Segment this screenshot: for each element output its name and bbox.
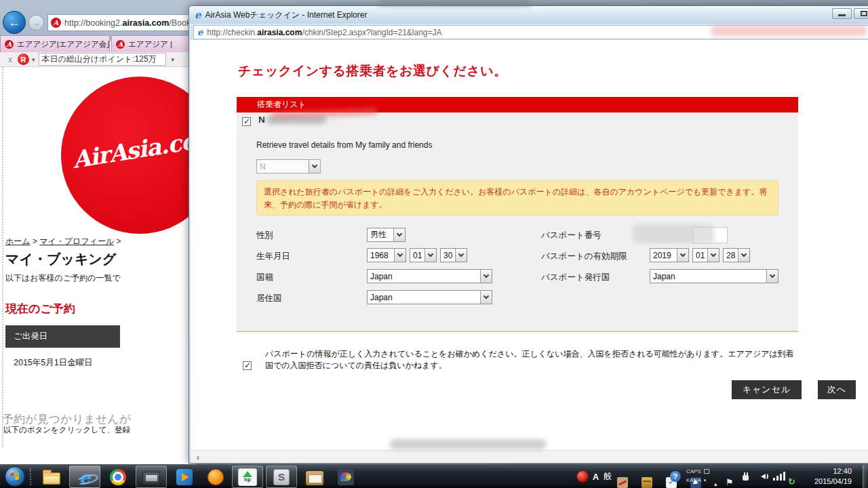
dropdown-icon[interactable]: ▾ (172, 56, 175, 63)
tab-airasia-member[interactable]: A エアアジア|エアアジア会員 (0, 35, 110, 52)
passport-notice: 選択された旅行者のパスポートの詳細をご入力ください。お客様のパスポートの詳細は、… (256, 180, 778, 216)
points-field[interactable]: 本日の総山分けポイント:125万 (39, 53, 166, 66)
paint-icon (338, 469, 354, 485)
chevron-down-icon[interactable] (766, 270, 778, 283)
s-app-taskbar-button[interactable]: S (266, 466, 297, 488)
show-desktop-button[interactable] (863, 465, 868, 488)
security-tray-icon[interactable] (576, 470, 589, 483)
residence-label: 居住国 (256, 293, 282, 304)
desktop: ← → A http://booking2.airasia.com/Booki … (0, 0, 868, 488)
back-button[interactable]: ← (3, 11, 26, 34)
ime-brush-icon[interactable] (617, 477, 628, 488)
confirm-checkbox[interactable] (243, 361, 252, 370)
residence-select[interactable]: Japan (367, 290, 492, 304)
checkin-window: e AirAsia Webチェックイン - Internet Explorer … (189, 5, 868, 464)
background-browser-window: ← → A http://booking2.airasia.com/Booki … (0, 0, 197, 468)
rakuten-icon[interactable]: R (18, 54, 29, 65)
explorer-taskbar-button[interactable] (37, 466, 66, 488)
ime-toolbox-icon[interactable] (642, 477, 652, 488)
chevron-down-icon[interactable] (677, 249, 688, 262)
date: 2015/04/19 (814, 476, 852, 487)
folder-icon (43, 472, 60, 485)
dob-year-select[interactable]: 1968 (367, 248, 406, 262)
section-divider (237, 331, 798, 332)
toolbar-handle (2, 67, 3, 447)
confirm-text: パスポートの情報が正しく入力されていることをお確かめください。正しくない場合、入… (265, 348, 800, 371)
chevron-down-icon[interactable] (309, 160, 320, 173)
airasia-favicon: A (5, 40, 14, 49)
redaction-smudge (633, 224, 714, 243)
departure-date-cell[interactable]: 2015年5月1日金曜日 (14, 357, 93, 369)
sync-tray-icon[interactable]: ↻ (788, 470, 795, 488)
ime-status-block[interactable]: CAPS KANA▾ (686, 467, 709, 488)
chrome-taskbar-button[interactable] (103, 466, 133, 488)
clock[interactable]: 12:40 2015/04/19 (804, 466, 852, 488)
breadcrumb-profile-link[interactable]: マイ・プロフィール (39, 237, 114, 246)
help-tray-icon[interactable]: ? (670, 471, 681, 482)
minimize-button[interactable] (832, 8, 852, 19)
breadcrumb-home-link[interactable]: ホーム (5, 237, 31, 246)
ime-alpha-indicator[interactable]: A (593, 465, 599, 488)
tab-airasia[interactable]: A エアアジア | (111, 35, 195, 52)
dropdown-icon: ▾ (704, 476, 707, 485)
page-heading: チェックインする搭乗者をお選びください。 (238, 62, 507, 80)
expiry-day-select[interactable]: 28 (723, 248, 750, 262)
departure-column-header: ご出発日 (5, 325, 120, 348)
dropdown-icon[interactable]: ▾ (32, 56, 35, 63)
title-bar[interactable]: e AirAsia Webチェックイン - Internet Explorer (189, 6, 868, 24)
ime-mode-indicator[interactable]: 般 (604, 465, 612, 488)
action-center-flag-icon[interactable]: ⚑ (726, 470, 734, 488)
gender-select[interactable]: 男性 (367, 228, 406, 242)
nationality-select[interactable]: Japan (367, 269, 492, 283)
page-title: マイ・ブッキング (5, 250, 116, 268)
next-button[interactable]: 次へ (818, 380, 856, 399)
expiry-month-select[interactable]: 01 (692, 248, 719, 262)
intro-text: 以下はお客様のご予約の一覧で (5, 272, 121, 284)
chrome-icon (110, 469, 126, 485)
dob-month-select[interactable]: 01 (410, 248, 437, 262)
chevron-down-icon[interactable] (455, 249, 467, 262)
gom-taskbar-button[interactable] (201, 466, 231, 488)
ie-taskbar-button[interactable]: e (69, 466, 100, 488)
toolbar-close-button[interactable]: x (8, 55, 12, 64)
passenger-checkbox[interactable] (242, 117, 251, 126)
chevron-down-icon[interactable] (480, 270, 492, 283)
chevron-down-icon[interactable] (480, 291, 492, 304)
dob-label: 生年月日 (256, 251, 290, 262)
maximize-button[interactable] (854, 8, 868, 19)
address-bar[interactable]: A http://booking2.airasia.com/Booki (47, 14, 193, 31)
url-prefix: http://checkin. (207, 28, 257, 37)
dob-day-select[interactable]: 30 (440, 248, 467, 262)
mediaplayer-taskbar-button[interactable] (170, 466, 199, 488)
network-tray-icon[interactable] (773, 471, 785, 481)
screenshare-taskbar-button[interactable] (136, 466, 167, 488)
cancel-button[interactable]: キャンセル (732, 380, 802, 399)
chevron-down-icon[interactable] (425, 249, 436, 262)
s-app-icon: S (273, 469, 290, 485)
show-hidden-icons-button[interactable]: ▴ (714, 472, 717, 488)
mail-taskbar-button[interactable] (300, 466, 330, 488)
no-bookings-subtext: 以下のボタンをクリックして、登録 (3, 425, 130, 435)
chevron-down-icon[interactable] (707, 249, 719, 262)
start-button[interactable] (5, 466, 25, 487)
time: 12:40 (833, 466, 852, 476)
issue-country-select[interactable]: Japan (650, 269, 778, 283)
paint-taskbar-button[interactable] (331, 466, 361, 488)
passenger-name-select[interactable]: N (256, 159, 321, 174)
horizontal-scrollbar[interactable]: ‹ (191, 450, 868, 463)
chevron-down-icon[interactable] (394, 249, 406, 262)
expiry-year-select[interactable]: 2019 (650, 248, 689, 262)
hp-taskbar-button[interactable]: hp (232, 466, 263, 488)
ie-icon: e (197, 27, 203, 37)
chevron-down-icon[interactable] (393, 228, 405, 241)
redaction-smudge (711, 25, 867, 37)
chevron-down-icon[interactable] (738, 249, 749, 262)
scroll-left-button[interactable]: ‹ (192, 451, 204, 463)
forward-arrow-icon: → (33, 18, 41, 28)
gender-label: 性別 (256, 230, 273, 241)
tab-label: エアアジア|エアアジア会員 (17, 39, 110, 49)
volume-tray-icon[interactable] (758, 472, 769, 481)
power-tray-icon[interactable] (742, 472, 749, 481)
breadcrumb: ホーム > マイ・プロフィール > (5, 236, 121, 247)
forward-button[interactable]: → (28, 15, 44, 30)
